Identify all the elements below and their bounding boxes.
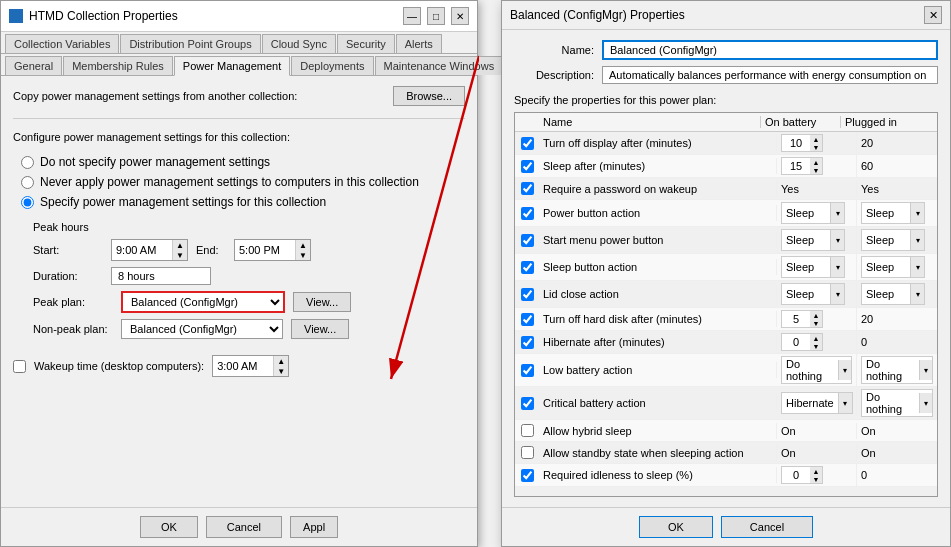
radio-item-1[interactable]: Never apply power management settings to… [21, 175, 465, 189]
minimize-button[interactable]: — [403, 7, 421, 25]
row-checkbox[interactable] [521, 469, 534, 482]
row-checkbox[interactable] [521, 364, 534, 377]
battery-spin-down[interactable]: ▼ [810, 342, 822, 350]
battery-spin-up[interactable]: ▲ [810, 135, 822, 143]
row-name: Start menu power button [539, 232, 777, 248]
wakeup-spin: ▲ ▼ [273, 356, 288, 376]
tab-distribution-point-groups[interactable]: Distribution Point Groups [120, 34, 260, 53]
browse-button[interactable]: Browse... [393, 86, 465, 106]
peak-plan-select[interactable]: Balanced (ConfigMgr) [123, 293, 283, 311]
table-row: Required idleness to sleep (%)▲▼0 [515, 464, 937, 487]
radio-item-2[interactable]: Specify power management settings for th… [21, 195, 465, 209]
plugged-dropdown-arrow[interactable]: ▾ [910, 257, 924, 277]
battery-spin-down[interactable]: ▼ [810, 319, 822, 327]
battery-dropdown-arrow[interactable]: ▾ [830, 257, 844, 277]
battery-spin-down[interactable]: ▼ [810, 475, 822, 483]
start-input[interactable] [112, 242, 172, 258]
plugged-dropdown-val: Do nothing [862, 357, 919, 383]
battery-spin-down[interactable]: ▼ [810, 166, 822, 174]
row-checkbox[interactable] [521, 137, 534, 150]
battery-spin-up[interactable]: ▲ [810, 158, 822, 166]
row-checkbox[interactable] [521, 424, 534, 437]
row-checkbox[interactable] [521, 261, 534, 274]
close-button[interactable]: ✕ [451, 7, 469, 25]
battery-dropdown-arrow[interactable]: ▾ [838, 360, 851, 380]
tab-maintenance-windows[interactable]: Maintenance Windows [375, 56, 504, 75]
end-input[interactable] [235, 242, 295, 258]
maximize-button[interactable]: □ [427, 7, 445, 25]
wakeup-spin-up[interactable]: ▲ [274, 356, 288, 366]
row-checkbox[interactable] [521, 446, 534, 459]
plugged-dropdown-arrow[interactable]: ▾ [919, 360, 932, 380]
row-check-cell [515, 261, 539, 274]
battery-dropdown-arrow[interactable]: ▾ [830, 203, 844, 223]
end-spin-up[interactable]: ▲ [296, 240, 310, 250]
battery-spin-up[interactable]: ▲ [810, 311, 822, 319]
th-battery: On battery [761, 116, 841, 128]
plugged-dropdown-arrow[interactable]: ▾ [910, 284, 924, 304]
nonpeak-view-button[interactable]: View... [291, 319, 349, 339]
ok-button[interactable]: OK [140, 516, 198, 538]
battery-spin-input[interactable] [782, 159, 810, 173]
end-label: End: [196, 244, 226, 256]
tab-collection-variables[interactable]: Collection Variables [5, 34, 119, 53]
plugged-dropdown-arrow[interactable]: ▾ [910, 230, 924, 250]
radio-input-0[interactable] [21, 156, 34, 169]
tab-deployments[interactable]: Deployments [291, 56, 373, 75]
tab-general[interactable]: General [5, 56, 62, 75]
wakeup-input[interactable] [213, 358, 273, 374]
battery-dropdown-arrow[interactable]: ▾ [830, 284, 844, 304]
battery-spin-input[interactable] [782, 312, 810, 326]
radio-item-0[interactable]: Do not specify power management settings [21, 155, 465, 169]
row-checkbox[interactable] [521, 207, 534, 220]
tab-power-management[interactable]: Power Management [174, 56, 290, 76]
separator-1 [13, 118, 465, 119]
name-input[interactable] [602, 40, 938, 60]
start-spin-up[interactable]: ▲ [173, 240, 187, 250]
row-checkbox[interactable] [521, 336, 534, 349]
row-plugged: 20 [857, 311, 937, 327]
tab-security[interactable]: Security [337, 34, 395, 53]
row-checkbox[interactable] [521, 313, 534, 326]
duration-row: Duration: [33, 267, 465, 285]
row-checkbox[interactable] [521, 182, 534, 195]
tab-membership-rules[interactable]: Membership Rules [63, 56, 173, 75]
nonpeak-plan-select[interactable]: Balanced (ConfigMgr) [122, 320, 282, 338]
wakeup-spin-down[interactable]: ▼ [274, 366, 288, 376]
battery-dropdown-arrow[interactable]: ▾ [830, 230, 844, 250]
row-checkbox[interactable] [521, 234, 534, 247]
battery-spin-input[interactable] [782, 468, 810, 482]
peak-view-button[interactable]: View... [293, 292, 351, 312]
radio-input-1[interactable] [21, 176, 34, 189]
plugged-dropdown-arrow[interactable]: ▾ [910, 203, 924, 223]
row-checkbox[interactable] [521, 160, 534, 173]
battery-spin-down[interactable]: ▼ [810, 143, 822, 151]
tab-alerts[interactable]: Alerts [396, 34, 442, 53]
props-dialog-title: Balanced (ConfigMgr) Properties [510, 8, 685, 22]
row-battery: ▲▼ [777, 155, 857, 177]
table-row: Require a password on wakeupYesYes [515, 178, 937, 200]
battery-spin-input[interactable] [782, 335, 810, 349]
row-checkbox[interactable] [521, 288, 534, 301]
battery-spin-wrap: ▲▼ [781, 134, 823, 152]
props-cancel-button[interactable]: Cancel [721, 516, 813, 538]
props-ok-button[interactable]: OK [639, 516, 713, 538]
apply-button[interactable]: Appl [290, 516, 338, 538]
battery-spin-up[interactable]: ▲ [810, 334, 822, 342]
plugged-dropdown-arrow[interactable]: ▾ [919, 393, 932, 413]
end-spin-down[interactable]: ▼ [296, 250, 310, 260]
row-name: Required idleness to sleep (%) [539, 467, 777, 483]
wakeup-checkbox[interactable] [13, 360, 26, 373]
tab-cloud-sync[interactable]: Cloud Sync [262, 34, 336, 53]
props-close-button[interactable]: ✕ [924, 6, 942, 24]
battery-dropdown-arrow[interactable]: ▾ [838, 393, 852, 413]
cancel-button[interactable]: Cancel [206, 516, 282, 538]
start-spin-down[interactable]: ▼ [173, 250, 187, 260]
row-battery: Sleep▾ [777, 227, 857, 253]
row-checkbox[interactable] [521, 397, 534, 410]
battery-spin-up[interactable]: ▲ [810, 467, 822, 475]
row-battery: Do nothing▾ [777, 354, 857, 386]
description-input[interactable] [602, 66, 938, 84]
radio-input-2[interactable] [21, 196, 34, 209]
battery-spin-input[interactable] [782, 136, 810, 150]
